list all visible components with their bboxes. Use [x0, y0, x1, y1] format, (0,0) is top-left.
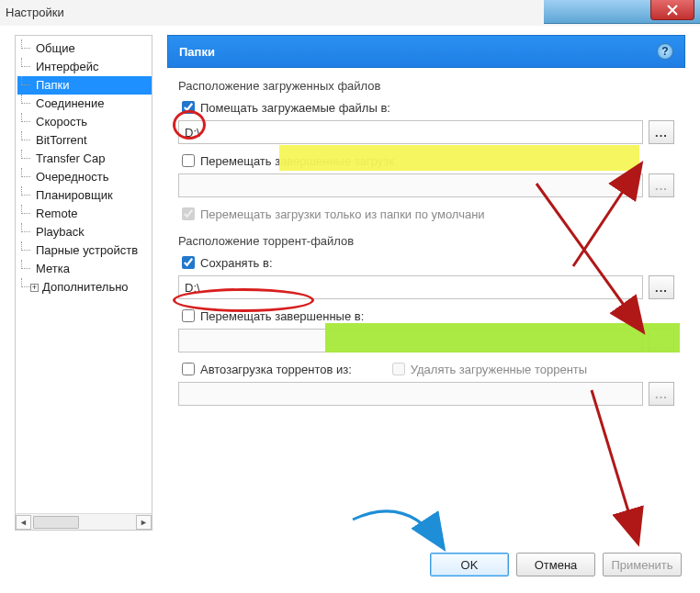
sidebar-item-speed[interactable]: Скорость [17, 113, 152, 131]
section-download-location: Расположение загруженных файлов [178, 79, 685, 93]
chk-move-only-default-label: Перемещать загрузки только из папки по у… [200, 207, 485, 221]
sidebar-item-folders[interactable]: Папки [17, 76, 152, 95]
sidebar-item-scheduler[interactable]: Планировщик [17, 186, 152, 205]
chk-delete-loaded [392, 363, 405, 375]
plus-icon: + [30, 284, 39, 292]
sidebar: Общие Интерфейс Папки Соединение Скорост… [15, 35, 152, 531]
chk-move-completed-downloads-label[interactable]: Перемещать завершенные загрузк [200, 154, 394, 168]
sidebar-item-advanced[interactable]: +Дополнительно [17, 278, 152, 296]
sidebar-item-playback[interactable]: Playback [17, 223, 152, 241]
scrollbar-thumb[interactable] [33, 516, 79, 529]
completed-path-input [178, 173, 643, 197]
chk-delete-loaded-label: Удалять загруженные торренты [411, 363, 587, 376]
chk-move-completed-torrents-label[interactable]: Перемещать завершенные в: [200, 309, 364, 323]
autoload-path-input [178, 382, 643, 406]
cancel-button[interactable]: Отмена [516, 553, 595, 576]
chk-move-completed-torrents[interactable] [182, 309, 195, 322]
help-icon[interactable]: ? [657, 43, 673, 60]
chk-autoload-torrents-label[interactable]: Автозагрузка торрентов из: [200, 363, 352, 376]
browse-autoload-button: ... [649, 382, 674, 406]
chk-move-completed-downloads[interactable] [182, 154, 195, 167]
chk-save-torrents[interactable] [182, 256, 195, 269]
torrents-path-input[interactable] [178, 275, 643, 299]
section-torrent-location: Расположение торрент-файлов [178, 234, 685, 248]
chk-save-torrents-label[interactable]: Сохранять в: [200, 256, 273, 270]
chk-put-downloads[interactable] [182, 101, 195, 114]
chk-move-only-default [182, 207, 195, 220]
sidebar-item-remote[interactable]: Remote [17, 205, 152, 223]
main-panel: Папки ? Расположение загруженных файлов … [167, 35, 685, 538]
browse-torrents-button[interactable]: ... [649, 275, 674, 299]
sidebar-item-queue[interactable]: Очередность [17, 168, 152, 186]
window-title: Настройки [6, 6, 64, 19]
sidebar-item-paired[interactable]: Парные устройств [17, 241, 152, 260]
browse-downloads-button[interactable]: ... [649, 120, 674, 144]
scroll-left-icon[interactable]: ◄ [16, 515, 31, 530]
browse-completed-button: ... [649, 173, 674, 197]
sidebar-item-general[interactable]: Общие [17, 39, 152, 58]
downloads-path-input[interactable] [178, 120, 643, 144]
sidebar-item-transfercap[interactable]: Transfer Cap [17, 150, 152, 168]
chk-autoload-torrents[interactable] [182, 363, 195, 375]
apply-button: Применить [603, 553, 682, 576]
window-close-button[interactable] [650, 0, 694, 20]
sidebar-item-label[interactable]: Метка [17, 260, 152, 278]
chk-put-downloads-label[interactable]: Помещать загружаемые файлы в: [200, 101, 390, 115]
panel-title: Папки [179, 45, 215, 59]
scroll-right-icon[interactable]: ► [136, 515, 152, 530]
ok-button[interactable]: OK [430, 553, 509, 576]
completed-torrents-path-input [178, 329, 643, 352]
sidebar-item-interface[interactable]: Интерфейс [17, 58, 152, 76]
sidebar-item-bittorrent[interactable]: BitTorrent [17, 131, 152, 150]
browse-completed-torrents-button: ... [649, 329, 674, 352]
sidebar-item-connection[interactable]: Соединение [17, 95, 152, 113]
